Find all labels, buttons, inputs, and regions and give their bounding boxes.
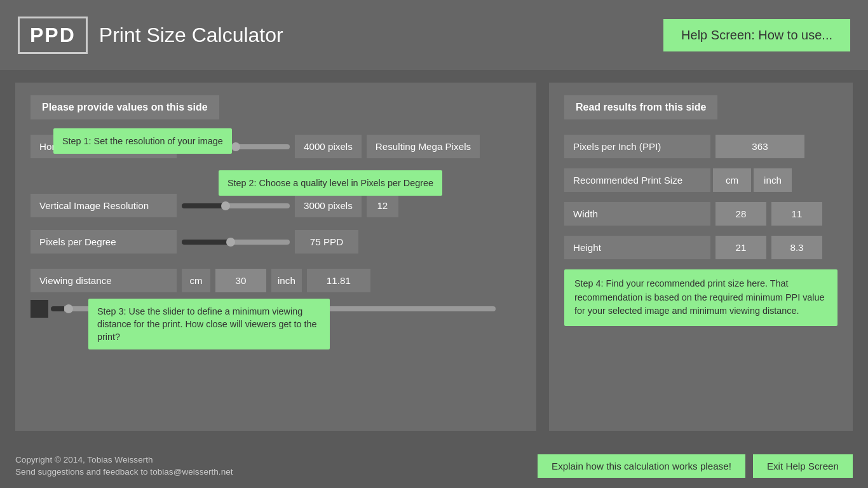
ppi-row: Pixels per Inch (PPI) 363 [564, 135, 837, 158]
header-left: PPD Print Size Calculator [18, 17, 283, 54]
width-row: Width 28 11 [564, 202, 837, 226]
left-panel: Please provide values on this side Horiz… [15, 83, 536, 431]
vertical-resolution-slider[interactable] [182, 203, 290, 208]
header: PPD Print Size Calculator Help Screen: H… [0, 0, 868, 70]
height-label: Height [564, 236, 710, 259]
recommended-print-size-row: Recommended Print Size cm inch [564, 168, 837, 192]
ppi-label: Pixels per Inch (PPI) [564, 135, 710, 158]
vertical-resolution-slider-container [182, 203, 290, 208]
footer-buttons: Explain how this calculation works pleas… [538, 454, 853, 478]
copyright-text: Copyright © 2014, Tobias Weisserth [15, 455, 233, 464]
right-panel: Read results from this side Pixels per I… [549, 83, 853, 431]
vertical-resolution-value: 3000 pixels [295, 194, 362, 217]
pixels-per-degree-slider-container [182, 240, 290, 245]
left-panel-header: Please provide values on this side [31, 95, 219, 119]
pixels-per-degree-row: Pixels per Degree 75 PPD [31, 230, 521, 254]
recommended-print-size-inch-unit: inch [754, 168, 792, 192]
height-value-cm: 21 [715, 236, 766, 259]
viewing-distance-inch-value: 11.81 [307, 269, 370, 292]
width-label: Width [564, 202, 710, 226]
app-title: Print Size Calculator [99, 24, 283, 47]
width-value-cm: 28 [715, 202, 766, 226]
right-panel-header: Read results from this side [564, 95, 717, 119]
vertical-resolution-small-value: 12 [367, 194, 398, 217]
recommended-print-size-label: Recommended Print Size [564, 168, 710, 192]
main-content: Please provide values on this side Horiz… [0, 70, 868, 444]
horizontal-resolution-value: 4000 pixels [295, 135, 362, 158]
footer-left: Copyright © 2014, Tobias Weisserth Send … [15, 455, 233, 477]
slider-dot [31, 300, 48, 318]
viewing-distance-row: Viewing distance cm inch 11.81 [31, 269, 521, 292]
tooltip-step1: Step 1: Set the resolution of your image [53, 128, 232, 154]
pixels-per-degree-slider[interactable] [182, 240, 290, 245]
height-value-inch: 8.3 [771, 236, 822, 259]
help-screen-button[interactable]: Help Screen: How to use... [663, 19, 850, 51]
tooltip-step2: Step 2: Choose a quality level in Pixels… [219, 170, 442, 196]
tooltip-step4: Step 4: Find your recommended print size… [564, 269, 837, 326]
viewing-distance-cm-input[interactable] [215, 269, 266, 292]
ppi-value: 363 [715, 135, 804, 158]
exit-help-screen-button[interactable]: Exit Help Screen [753, 454, 853, 478]
width-value-inch: 11 [771, 202, 822, 226]
viewing-distance-unit-inch: inch [271, 269, 302, 292]
explain-calculation-button[interactable]: Explain how this calculation works pleas… [538, 454, 745, 478]
ppd-logo: PPD [18, 17, 88, 54]
viewing-distance-label: Viewing distance [31, 269, 177, 292]
pixels-per-degree-value: 75 PPD [295, 230, 358, 254]
footer: Copyright © 2014, Tobias Weisserth Send … [0, 444, 868, 488]
vertical-resolution-row: Vertical Image Resolution 3000 pixels 12 [31, 194, 521, 217]
feedback-text: Send suggestions and feedback to tobias@… [15, 467, 233, 477]
pixels-per-degree-label: Pixels per Degree [31, 230, 177, 254]
tooltip-step3: Step 3: Use the slider to define a minim… [88, 299, 330, 349]
recommended-print-size-cm-unit: cm [713, 168, 751, 192]
resulting-mega-pixels-button[interactable]: Resulting Mega Pixels [367, 135, 480, 158]
viewing-distance-unit-cm: cm [182, 269, 210, 292]
height-row: Height 21 8.3 [564, 236, 837, 259]
vertical-resolution-label: Vertical Image Resolution [31, 194, 177, 217]
